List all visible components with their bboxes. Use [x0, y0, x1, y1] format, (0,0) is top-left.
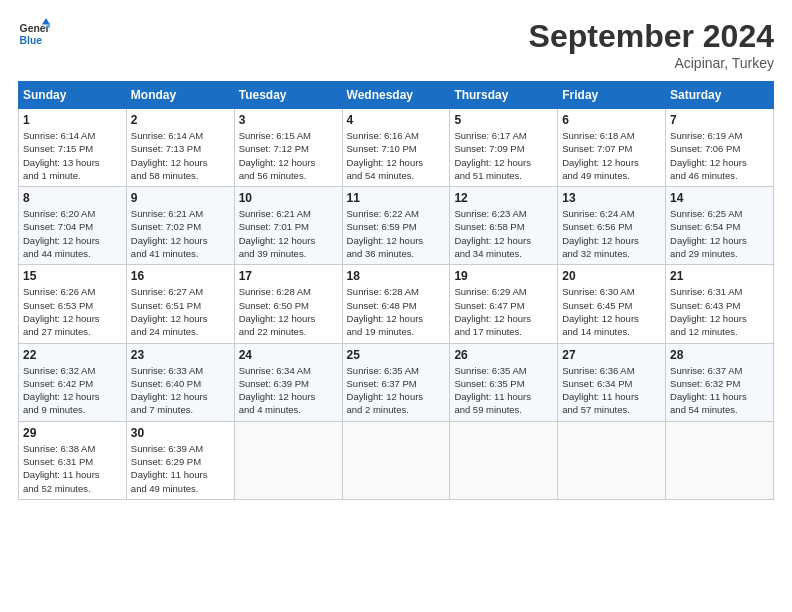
table-row: 22Sunrise: 6:32 AMSunset: 6:42 PMDayligh…: [19, 343, 127, 421]
header-saturday: Saturday: [666, 82, 774, 109]
table-row: 16Sunrise: 6:27 AMSunset: 6:51 PMDayligh…: [126, 265, 234, 343]
logo: General Blue: [18, 18, 50, 50]
day-info: Sunrise: 6:35 AMSunset: 6:37 PMDaylight:…: [347, 364, 446, 417]
table-row: 13Sunrise: 6:24 AMSunset: 6:56 PMDayligh…: [558, 187, 666, 265]
day-number: 21: [670, 269, 769, 283]
table-row: 25Sunrise: 6:35 AMSunset: 6:37 PMDayligh…: [342, 343, 450, 421]
table-row: 6Sunrise: 6:18 AMSunset: 7:07 PMDaylight…: [558, 109, 666, 187]
header-monday: Monday: [126, 82, 234, 109]
svg-text:Blue: Blue: [20, 35, 43, 46]
day-number: 15: [23, 269, 122, 283]
svg-text:General: General: [20, 23, 50, 34]
day-info: Sunrise: 6:39 AMSunset: 6:29 PMDaylight:…: [131, 442, 230, 495]
location: Acipinar, Turkey: [529, 55, 774, 71]
table-row: 26Sunrise: 6:35 AMSunset: 6:35 PMDayligh…: [450, 343, 558, 421]
table-row: 11Sunrise: 6:22 AMSunset: 6:59 PMDayligh…: [342, 187, 450, 265]
day-number: 24: [239, 348, 338, 362]
day-info: Sunrise: 6:25 AMSunset: 6:54 PMDaylight:…: [670, 207, 769, 260]
day-number: 25: [347, 348, 446, 362]
header-sunday: Sunday: [19, 82, 127, 109]
day-info: Sunrise: 6:26 AMSunset: 6:53 PMDaylight:…: [23, 285, 122, 338]
table-row: [234, 421, 342, 499]
day-number: 11: [347, 191, 446, 205]
header-thursday: Thursday: [450, 82, 558, 109]
day-number: 8: [23, 191, 122, 205]
logo-icon: General Blue: [18, 18, 50, 50]
table-row: 18Sunrise: 6:28 AMSunset: 6:48 PMDayligh…: [342, 265, 450, 343]
day-info: Sunrise: 6:27 AMSunset: 6:51 PMDaylight:…: [131, 285, 230, 338]
day-info: Sunrise: 6:17 AMSunset: 7:09 PMDaylight:…: [454, 129, 553, 182]
day-number: 30: [131, 426, 230, 440]
day-number: 22: [23, 348, 122, 362]
day-info: Sunrise: 6:36 AMSunset: 6:34 PMDaylight:…: [562, 364, 661, 417]
calendar-week-row: 1Sunrise: 6:14 AMSunset: 7:15 PMDaylight…: [19, 109, 774, 187]
table-row: [558, 421, 666, 499]
header-tuesday: Tuesday: [234, 82, 342, 109]
day-number: 29: [23, 426, 122, 440]
day-number: 2: [131, 113, 230, 127]
day-info: Sunrise: 6:30 AMSunset: 6:45 PMDaylight:…: [562, 285, 661, 338]
day-number: 5: [454, 113, 553, 127]
calendar-table: Sunday Monday Tuesday Wednesday Thursday…: [18, 81, 774, 500]
month-title: September 2024: [529, 18, 774, 55]
table-row: [450, 421, 558, 499]
table-row: 5Sunrise: 6:17 AMSunset: 7:09 PMDaylight…: [450, 109, 558, 187]
calendar-week-row: 29Sunrise: 6:38 AMSunset: 6:31 PMDayligh…: [19, 421, 774, 499]
title-block: September 2024 Acipinar, Turkey: [529, 18, 774, 71]
table-row: 3Sunrise: 6:15 AMSunset: 7:12 PMDaylight…: [234, 109, 342, 187]
day-info: Sunrise: 6:20 AMSunset: 7:04 PMDaylight:…: [23, 207, 122, 260]
day-info: Sunrise: 6:33 AMSunset: 6:40 PMDaylight:…: [131, 364, 230, 417]
calendar-week-row: 22Sunrise: 6:32 AMSunset: 6:42 PMDayligh…: [19, 343, 774, 421]
day-number: 19: [454, 269, 553, 283]
table-row: 27Sunrise: 6:36 AMSunset: 6:34 PMDayligh…: [558, 343, 666, 421]
table-row: 8Sunrise: 6:20 AMSunset: 7:04 PMDaylight…: [19, 187, 127, 265]
table-row: 1Sunrise: 6:14 AMSunset: 7:15 PMDaylight…: [19, 109, 127, 187]
table-row: 9Sunrise: 6:21 AMSunset: 7:02 PMDaylight…: [126, 187, 234, 265]
day-number: 12: [454, 191, 553, 205]
table-row: 2Sunrise: 6:14 AMSunset: 7:13 PMDaylight…: [126, 109, 234, 187]
day-number: 10: [239, 191, 338, 205]
day-info: Sunrise: 6:14 AMSunset: 7:15 PMDaylight:…: [23, 129, 122, 182]
day-number: 16: [131, 269, 230, 283]
table-row: 30Sunrise: 6:39 AMSunset: 6:29 PMDayligh…: [126, 421, 234, 499]
day-number: 9: [131, 191, 230, 205]
day-number: 7: [670, 113, 769, 127]
table-row: 23Sunrise: 6:33 AMSunset: 6:40 PMDayligh…: [126, 343, 234, 421]
table-row: 24Sunrise: 6:34 AMSunset: 6:39 PMDayligh…: [234, 343, 342, 421]
day-number: 14: [670, 191, 769, 205]
table-row: 19Sunrise: 6:29 AMSunset: 6:47 PMDayligh…: [450, 265, 558, 343]
table-row: 14Sunrise: 6:25 AMSunset: 6:54 PMDayligh…: [666, 187, 774, 265]
day-info: Sunrise: 6:37 AMSunset: 6:32 PMDaylight:…: [670, 364, 769, 417]
day-info: Sunrise: 6:38 AMSunset: 6:31 PMDaylight:…: [23, 442, 122, 495]
calendar-week-row: 8Sunrise: 6:20 AMSunset: 7:04 PMDaylight…: [19, 187, 774, 265]
day-info: Sunrise: 6:22 AMSunset: 6:59 PMDaylight:…: [347, 207, 446, 260]
day-info: Sunrise: 6:28 AMSunset: 6:50 PMDaylight:…: [239, 285, 338, 338]
table-row: 12Sunrise: 6:23 AMSunset: 6:58 PMDayligh…: [450, 187, 558, 265]
table-row: 29Sunrise: 6:38 AMSunset: 6:31 PMDayligh…: [19, 421, 127, 499]
day-info: Sunrise: 6:24 AMSunset: 6:56 PMDaylight:…: [562, 207, 661, 260]
day-info: Sunrise: 6:23 AMSunset: 6:58 PMDaylight:…: [454, 207, 553, 260]
table-row: 28Sunrise: 6:37 AMSunset: 6:32 PMDayligh…: [666, 343, 774, 421]
day-info: Sunrise: 6:19 AMSunset: 7:06 PMDaylight:…: [670, 129, 769, 182]
header-wednesday: Wednesday: [342, 82, 450, 109]
day-number: 1: [23, 113, 122, 127]
day-info: Sunrise: 6:28 AMSunset: 6:48 PMDaylight:…: [347, 285, 446, 338]
day-info: Sunrise: 6:21 AMSunset: 7:02 PMDaylight:…: [131, 207, 230, 260]
day-number: 20: [562, 269, 661, 283]
day-info: Sunrise: 6:15 AMSunset: 7:12 PMDaylight:…: [239, 129, 338, 182]
table-row: [342, 421, 450, 499]
table-row: 21Sunrise: 6:31 AMSunset: 6:43 PMDayligh…: [666, 265, 774, 343]
day-info: Sunrise: 6:35 AMSunset: 6:35 PMDaylight:…: [454, 364, 553, 417]
day-number: 6: [562, 113, 661, 127]
day-info: Sunrise: 6:34 AMSunset: 6:39 PMDaylight:…: [239, 364, 338, 417]
day-info: Sunrise: 6:32 AMSunset: 6:42 PMDaylight:…: [23, 364, 122, 417]
calendar-header-row: Sunday Monday Tuesday Wednesday Thursday…: [19, 82, 774, 109]
day-number: 28: [670, 348, 769, 362]
day-info: Sunrise: 6:16 AMSunset: 7:10 PMDaylight:…: [347, 129, 446, 182]
day-info: Sunrise: 6:14 AMSunset: 7:13 PMDaylight:…: [131, 129, 230, 182]
day-info: Sunrise: 6:31 AMSunset: 6:43 PMDaylight:…: [670, 285, 769, 338]
table-row: 10Sunrise: 6:21 AMSunset: 7:01 PMDayligh…: [234, 187, 342, 265]
table-row: 15Sunrise: 6:26 AMSunset: 6:53 PMDayligh…: [19, 265, 127, 343]
day-number: 18: [347, 269, 446, 283]
day-number: 3: [239, 113, 338, 127]
